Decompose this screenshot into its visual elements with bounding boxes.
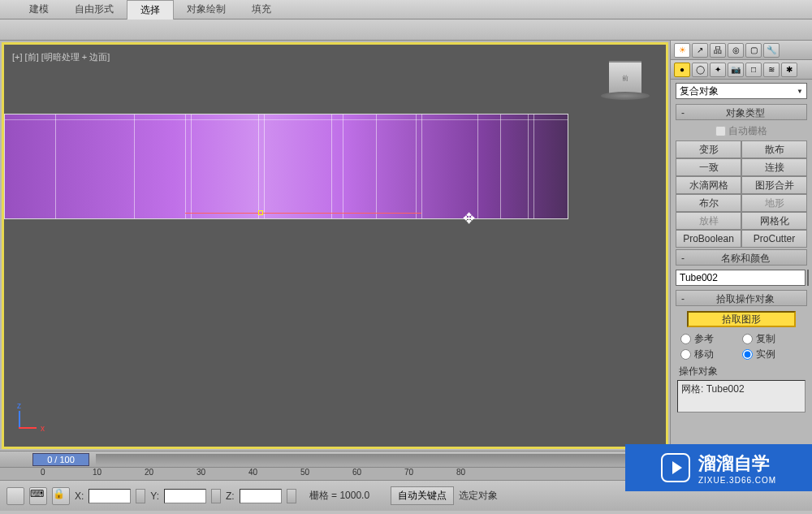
tab-freeform[interactable]: 自由形式 bbox=[62, 0, 127, 19]
z-input[interactable] bbox=[240, 489, 282, 503]
autogrid-row: 自动栅格 bbox=[671, 122, 812, 140]
viewport-label[interactable]: [+] [前] [明暗处理 + 边面] bbox=[12, 51, 110, 63]
autogrid-label: 自动栅格 bbox=[728, 125, 767, 136]
spacewarps-icon[interactable]: ≋ bbox=[763, 63, 780, 77]
maxscript-icon[interactable]: ⌨ bbox=[29, 487, 47, 505]
z-spinner[interactable] bbox=[287, 489, 296, 503]
panel-tabs-row2: ● ◯ ✦ 📷 □ ≋ ✱ bbox=[671, 60, 812, 80]
status-icon-1[interactable] bbox=[6, 487, 24, 505]
btn-mesher[interactable]: 网格化 bbox=[741, 212, 807, 230]
ruler-20: 20 bbox=[145, 468, 197, 480]
viewcube[interactable]: 前 bbox=[609, 61, 641, 93]
auto-key-button[interactable]: 自动关键点 bbox=[391, 486, 454, 505]
ruler-30: 30 bbox=[197, 468, 248, 480]
tab-modeling[interactable]: 建模 bbox=[16, 0, 62, 19]
operand-item[interactable]: 网格: Tube002 bbox=[681, 382, 801, 396]
object-name-input[interactable] bbox=[676, 270, 806, 286]
btn-conform[interactable]: 一致 bbox=[676, 158, 741, 176]
ruler-0: 0 bbox=[41, 468, 93, 480]
btn-shapemerge[interactable]: 图形合并 bbox=[741, 176, 807, 194]
ruler-40: 40 bbox=[248, 468, 300, 480]
btn-proboolean[interactable]: ProBoolean bbox=[676, 230, 741, 248]
panel-tabs-row1: ☀ ↗ 品 ◎ ▢ 🔧 bbox=[671, 41, 812, 60]
btn-terrain[interactable]: 地形 bbox=[741, 194, 807, 212]
sun-icon[interactable]: ☀ bbox=[674, 43, 690, 58]
lights-icon[interactable]: ✦ bbox=[710, 63, 726, 77]
y-spinner[interactable] bbox=[211, 489, 221, 503]
autogrid-checkbox bbox=[715, 126, 726, 136]
ribbon-content bbox=[0, 19, 812, 41]
operand-list[interactable]: 网格: Tube002 bbox=[677, 380, 806, 412]
tab-display-icon[interactable]: ▢ bbox=[745, 43, 762, 58]
viewcube-base bbox=[601, 92, 650, 100]
tab-utilities-icon[interactable]: 🔧 bbox=[763, 43, 780, 58]
axis-gizmo bbox=[19, 404, 51, 437]
watermark: 溜溜自学 ZIXUE.3D66.COM bbox=[625, 444, 812, 491]
shapes-icon[interactable]: ◯ bbox=[692, 63, 708, 77]
btn-morph[interactable]: 变形 bbox=[676, 140, 741, 158]
rollout-pick-operand[interactable]: 拾取操作对象 bbox=[676, 290, 807, 306]
btn-connect[interactable]: 连接 bbox=[741, 158, 807, 176]
tab-motion-icon[interactable]: ◎ bbox=[728, 43, 744, 58]
tab-objectpaint[interactable]: 对象绘制 bbox=[174, 0, 239, 19]
category-dropdown[interactable]: 复合对象 bbox=[676, 83, 807, 99]
command-panel: ☀ ↗ 品 ◎ ▢ 🔧 ● ◯ ✦ 📷 □ ≋ ✱ 复合对象 对象类型 自动栅格… bbox=[670, 41, 812, 451]
geometry-icon[interactable]: ● bbox=[674, 63, 690, 77]
radio-copy[interactable]: 复制 bbox=[742, 332, 802, 346]
frame-indicator[interactable]: 0 / 100 bbox=[32, 453, 89, 466]
ruler-80: 80 bbox=[456, 468, 508, 480]
btn-boolean[interactable]: 布尔 bbox=[676, 194, 741, 212]
pick-shape-button[interactable]: 拾取图形 bbox=[687, 311, 796, 327]
btn-loft[interactable]: 放样 bbox=[676, 212, 741, 230]
x-label: X: bbox=[75, 490, 84, 502]
btn-procutter[interactable]: ProCutter bbox=[741, 230, 807, 248]
operand-list-label: 操作对象 bbox=[671, 363, 812, 380]
ruler-60: 60 bbox=[352, 468, 404, 480]
x-input[interactable] bbox=[89, 489, 131, 503]
selected-label: 选定对象 bbox=[459, 489, 498, 503]
lock-icon[interactable]: 🔒 bbox=[52, 487, 70, 505]
grid-label: 栅格 = 1000.0 bbox=[309, 489, 369, 503]
helpers-icon[interactable]: □ bbox=[745, 63, 762, 77]
ruler-10: 10 bbox=[93, 468, 145, 480]
tab-create-icon[interactable]: ↗ bbox=[692, 43, 708, 58]
y-label: Y: bbox=[150, 490, 159, 502]
y-input[interactable] bbox=[164, 489, 206, 503]
model-object[interactable] bbox=[4, 114, 568, 219]
radio-instance[interactable]: 实例 bbox=[742, 348, 802, 361]
viewport-front[interactable]: [+] [前] [明暗处理 + 边面] 前 bbox=[2, 42, 668, 449]
operand-mode-radios: 参考 复制 移动 实例 bbox=[671, 330, 812, 363]
tab-hierarchy-icon[interactable]: 品 bbox=[710, 43, 726, 58]
watermark-url: ZIXUE.3D66.COM bbox=[698, 476, 776, 485]
radio-reference[interactable]: 参考 bbox=[680, 332, 741, 346]
rollout-object-type[interactable]: 对象类型 bbox=[676, 104, 807, 120]
btn-blobmesh[interactable]: 水滴网格 bbox=[676, 176, 741, 194]
cameras-icon[interactable]: 📷 bbox=[728, 63, 744, 77]
object-type-grid: 变形 散布 一致 连接 水滴网格 图形合并 布尔 地形 放样 网格化 ProBo… bbox=[671, 140, 812, 248]
object-color-swatch[interactable] bbox=[807, 270, 809, 286]
top-ribbon: 建模 自由形式 选择 对象绘制 填充 bbox=[0, 0, 812, 19]
tab-fill[interactable]: 填充 bbox=[239, 0, 284, 19]
ruler-50: 50 bbox=[300, 468, 352, 480]
ruler-70: 70 bbox=[404, 468, 456, 480]
play-icon bbox=[661, 453, 690, 482]
dropdown-value: 复合对象 bbox=[680, 84, 719, 98]
viewport-container: [+] [前] [明暗处理 + 边面] 前 bbox=[0, 41, 670, 451]
systems-icon[interactable]: ✱ bbox=[781, 63, 797, 77]
radio-move[interactable]: 移动 bbox=[680, 348, 741, 361]
x-spinner[interactable] bbox=[136, 489, 145, 503]
rollout-name-color[interactable]: 名称和颜色 bbox=[676, 249, 807, 266]
watermark-title: 溜溜自学 bbox=[698, 451, 776, 476]
btn-scatter[interactable]: 散布 bbox=[741, 140, 807, 158]
tab-selection[interactable]: 选择 bbox=[127, 0, 174, 19]
z-label: Z: bbox=[226, 490, 235, 502]
